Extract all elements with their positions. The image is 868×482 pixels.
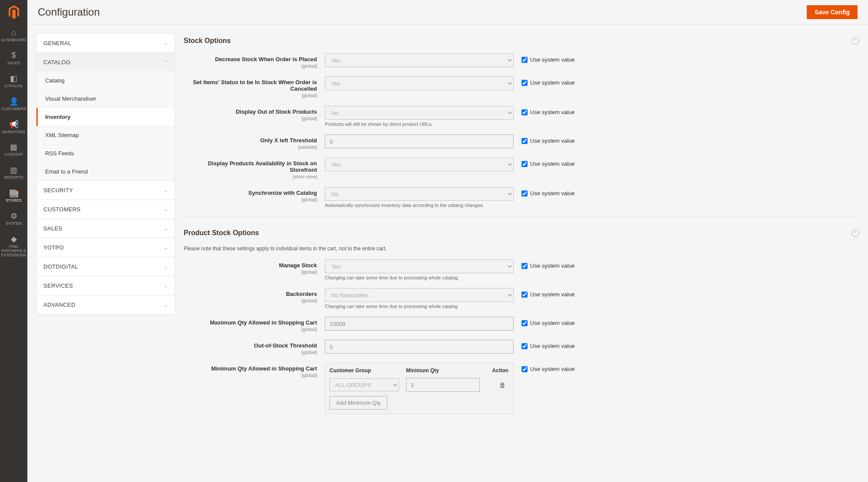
col-min-qty: Minimum Qty bbox=[406, 367, 480, 374]
field-scope: [global] bbox=[184, 197, 317, 202]
stores-icon: 🏬 bbox=[10, 189, 18, 197]
sidebar-item-xml-sitemap[interactable]: XML Sitemap bbox=[36, 126, 175, 144]
field-input[interactable] bbox=[325, 317, 514, 331]
sidebar-section-customers[interactable]: CUSTOMERS⌄ bbox=[36, 200, 175, 219]
use-system-checkbox[interactable] bbox=[521, 138, 528, 144]
sidebar-section-catalog[interactable]: CATALOG⌃ bbox=[36, 53, 175, 72]
field-row: Set Items' Status to be In Stock When Or… bbox=[184, 76, 859, 98]
use-system-checkbox[interactable] bbox=[521, 343, 528, 349]
field-select[interactable]: No Backorders bbox=[325, 288, 514, 302]
sidebar-section-services[interactable]: SERVICES⌄ bbox=[36, 276, 175, 295]
field-scope: [store view] bbox=[184, 174, 317, 179]
field-input[interactable] bbox=[325, 134, 514, 148]
nav-sales[interactable]: $SALES bbox=[0, 47, 27, 70]
nav-stores[interactable]: 🏬STORES bbox=[0, 184, 27, 207]
section-title: Product Stock Options bbox=[184, 229, 259, 237]
sidebar-item-catalog[interactable]: Catalog bbox=[36, 72, 175, 90]
field-row: Only X left Threshold [website] Use syst… bbox=[184, 134, 859, 150]
sidebar-section-yotpo[interactable]: YOTPO⌄ bbox=[36, 238, 175, 257]
sidebar-section-advanced[interactable]: ADVANCED⌄ bbox=[36, 295, 175, 314]
use-system-label: Use system value bbox=[530, 138, 575, 144]
dashboard-icon: ⌂ bbox=[10, 28, 18, 37]
save-config-button[interactable]: Save Config bbox=[807, 5, 858, 19]
field-label: Display Products Availability in Stock o… bbox=[184, 160, 317, 173]
field-label: Backorders bbox=[184, 291, 317, 297]
field-row: Synchronize with Catalog [global] NoAuto… bbox=[184, 187, 859, 208]
sidebar-section-general[interactable]: GENERAL⌄ bbox=[36, 34, 175, 52]
section-label: YOTPO bbox=[43, 244, 64, 251]
use-system-label: Use system value bbox=[530, 343, 575, 349]
collapse-icon[interactable]: ⌃ bbox=[851, 229, 859, 237]
nav-label: SYSTEM bbox=[6, 222, 22, 226]
nav-label: FIND PARTNERS & EXTENSIONS bbox=[1, 245, 26, 258]
nav-catalog[interactable]: ◧CATALOG bbox=[0, 70, 27, 93]
trash-icon[interactable]: 🗑 bbox=[499, 381, 506, 389]
use-system-checkbox[interactable] bbox=[521, 263, 528, 269]
use-system-checkbox[interactable] bbox=[521, 190, 528, 197]
use-system-checkbox[interactable] bbox=[521, 80, 528, 86]
field-select[interactable]: Yes bbox=[325, 53, 514, 67]
use-system-checkbox[interactable] bbox=[521, 109, 528, 115]
chevron-down-icon: ⌄ bbox=[164, 226, 168, 231]
nav-label: SALES bbox=[7, 61, 20, 66]
field-select[interactable]: Yes bbox=[325, 157, 514, 171]
field-select[interactable]: No bbox=[325, 106, 514, 120]
nav-label: CONTENT bbox=[4, 153, 23, 157]
sidebar-item-rss-feeds[interactable]: RSS Feeds bbox=[36, 144, 175, 163]
nav-content[interactable]: ▦CONTENT bbox=[0, 138, 27, 161]
system-icon: ⚙ bbox=[10, 212, 18, 220]
config-panel: Stock Options ⌃ Decrease Stock When Orde… bbox=[184, 33, 859, 423]
sales-icon: $ bbox=[10, 51, 18, 60]
use-system-label: Use system value bbox=[530, 366, 575, 372]
sidebar-item-visual-merchandiser[interactable]: Visual Merchandiser bbox=[36, 90, 175, 108]
marketing-icon: 📢 bbox=[10, 120, 18, 129]
field-hint: Changing can take some time due to proce… bbox=[325, 275, 514, 280]
sidebar-section-sales[interactable]: SALES⌄ bbox=[36, 219, 175, 238]
sidebar-item-inventory[interactable]: Inventory bbox=[36, 108, 175, 126]
use-system-checkbox[interactable] bbox=[521, 320, 528, 326]
nav-system[interactable]: ⚙SYSTEM bbox=[0, 207, 27, 230]
section-label: CATALOG bbox=[43, 59, 70, 66]
chevron-down-icon: ⌄ bbox=[164, 264, 168, 269]
use-system-label: Use system value bbox=[530, 190, 575, 197]
use-system-checkbox[interactable] bbox=[521, 292, 528, 298]
nav-label: DASHBOARD bbox=[1, 38, 26, 43]
field-select[interactable]: No bbox=[325, 187, 514, 201]
nav-reports[interactable]: ▥REPORTS bbox=[0, 161, 27, 184]
nav-dashboard[interactable]: ⌂DASHBOARD bbox=[0, 24, 27, 47]
field-input[interactable] bbox=[325, 340, 514, 354]
field-select[interactable]: Yes bbox=[325, 259, 514, 273]
nav-marketing[interactable]: 📢MARKETING bbox=[0, 116, 27, 139]
use-system-label: Use system value bbox=[530, 56, 575, 63]
nav-customers[interactable]: 👤CUSTOMERS bbox=[0, 93, 27, 116]
sidebar-section-dotdigital[interactable]: DOTDIGITAL⌄ bbox=[36, 257, 175, 276]
use-system-checkbox[interactable] bbox=[521, 57, 528, 63]
section-label: SECURITY bbox=[43, 187, 73, 193]
nav-partners[interactable]: ◆FIND PARTNERS & EXTENSIONS bbox=[0, 230, 27, 262]
min-qty-row: ALL GROUPS 🗑 bbox=[330, 378, 509, 392]
page-title: Configuration bbox=[38, 6, 100, 18]
customer-group-select[interactable]: ALL GROUPS bbox=[330, 378, 399, 391]
section-label: ADVANCED bbox=[43, 302, 76, 308]
field-scope: [website] bbox=[184, 144, 317, 150]
field-scope: [global] bbox=[184, 298, 317, 303]
use-system-checkbox[interactable] bbox=[521, 366, 528, 372]
use-system-label: Use system value bbox=[530, 161, 575, 167]
add-min-qty-button[interactable]: Add Minimum Qty bbox=[330, 396, 387, 410]
sidebar-section-security[interactable]: SECURITY⌄ bbox=[36, 181, 175, 200]
field-select[interactable]: Yes bbox=[325, 76, 514, 90]
min-qty-input[interactable] bbox=[406, 378, 480, 392]
magento-logo[interactable] bbox=[0, 0, 27, 24]
partners-icon: ◆ bbox=[10, 235, 18, 243]
customers-icon: 👤 bbox=[10, 97, 18, 106]
section-label: GENERAL bbox=[43, 40, 71, 46]
field-label: Only X left Threshold bbox=[184, 137, 317, 144]
field-min-qty-cart: Minimum Qty Allowed in Shopping Cart [gl… bbox=[184, 363, 859, 414]
nav-label: CUSTOMERS bbox=[1, 107, 26, 111]
section-label: DOTDIGITAL bbox=[43, 263, 78, 270]
use-system-checkbox[interactable] bbox=[521, 161, 528, 167]
field-row: Backorders [global] No BackordersChangin… bbox=[184, 288, 859, 309]
sidebar-item-email-to-a-friend[interactable]: Email to a Friend bbox=[36, 163, 175, 180]
collapse-icon[interactable]: ⌃ bbox=[851, 37, 859, 45]
chevron-down-icon: ⌄ bbox=[164, 283, 168, 288]
